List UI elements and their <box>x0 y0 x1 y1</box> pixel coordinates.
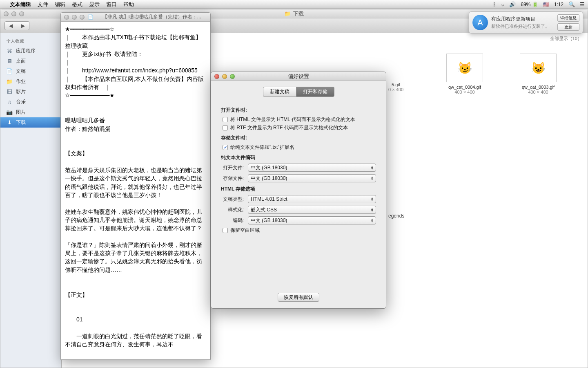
movies-icon: 🎞 <box>6 89 13 95</box>
menu-format[interactable]: 格式 <box>72 1 82 8</box>
minimize-button[interactable] <box>11 11 16 16</box>
volume-icon[interactable]: 🔊 <box>509 1 516 7</box>
zoom-button[interactable] <box>230 74 235 79</box>
label-doctype: 文稿类型: <box>221 196 244 203</box>
sidebar-item-desktop[interactable]: 🖥桌面 <box>0 56 61 66</box>
zoom-button[interactable] <box>19 11 24 16</box>
music-icon: ♫ <box>6 99 13 105</box>
appstore-icon: A <box>472 15 488 30</box>
document-icon: 📄 <box>88 14 94 20</box>
section-encoding: 纯文本文件编码 <box>221 154 376 161</box>
restore-defaults-button[interactable]: 恢复所有默认 <box>278 293 319 302</box>
menu-window[interactable]: 窗口 <box>106 1 117 8</box>
label-html-encoding: 编码: <box>221 217 244 224</box>
thumbnail-icon: 😺 <box>520 54 557 82</box>
section-html: HTML 存储选项 <box>221 186 376 193</box>
detail-button[interactable]: 详细信息 <box>557 14 579 22</box>
forward-button[interactable]: ▶ <box>17 21 29 30</box>
close-button[interactable] <box>4 11 9 16</box>
file-item[interactable]: 😼 qw_cat_0004.gif 400 × 400 <box>442 54 487 94</box>
bluetooth-icon[interactable]: ᛒ <box>493 1 496 7</box>
folder-icon: 📁 <box>6 79 13 85</box>
partial-text: egends <box>388 213 404 219</box>
sidebar-item-homework[interactable]: 📁作业 <box>0 76 61 87</box>
sidebar-item-movies[interactable]: 🎞影片 <box>0 87 61 97</box>
menubar: 文本编辑 文件 编辑 格式 显示 窗口 帮助 ᛒ ⌵ 🔊 69% 🔋 🇺🇸 1:… <box>0 0 588 9</box>
preferences-window: 偏好设置 新建文稿 打开和存储 打开文件时: 将 HTML 文件显示为 HTML… <box>211 72 386 309</box>
select-save-encoding[interactable]: 中文 (GB 18030)▴▾ <box>248 174 376 182</box>
sidebar-header: 个人收藏 <box>0 36 61 46</box>
battery-status[interactable]: 69% 🔋 <box>521 2 538 7</box>
label-save-encoding: 存储文件: <box>221 175 244 182</box>
folder-icon: 📁 <box>284 11 291 17</box>
textedit-titlebar[interactable]: 📄 【非凡·犹】哩咕哩咕几多番（完结）作者：... <box>61 13 210 22</box>
textedit-title: 【非凡·犹】哩咕哩咕几多番（完结）作者：... <box>97 13 207 20</box>
back-button[interactable]: ◀ <box>4 21 17 30</box>
label-open-encoding: 打开文件: <box>221 164 244 171</box>
file-item[interactable]: 😺 qw_cat_0003.gif 400 × 400 <box>516 54 561 94</box>
documents-icon: 📄 <box>6 68 13 75</box>
minimize-button[interactable] <box>222 74 227 79</box>
prefs-title: 偏好设置 <box>288 73 309 80</box>
show-all-link[interactable]: 全部显示（10） <box>550 36 582 42</box>
checkbox-preserve-blank[interactable] <box>223 228 228 233</box>
textedit-window: 📄 【非凡·犹】哩咕哩咕几多番（完结）作者：... ★━━━━━━━━━━━━☆… <box>60 12 211 360</box>
clock[interactable]: 1:12 <box>554 2 564 7</box>
finder-sidebar: 个人收藏 ⌘应用程序 🖥桌面 📄文稿 📁作业 🎞影片 ♫音乐 📷图片 ⬇下载 <box>0 33 62 368</box>
finder-title: 下载 <box>293 10 304 18</box>
input-flag-icon[interactable]: 🇺🇸 <box>543 2 549 7</box>
tab-open-save[interactable]: 打开和存储 <box>296 87 334 97</box>
notification-center-icon[interactable]: ☰ <box>580 1 585 7</box>
update-button[interactable]: 更新 <box>557 23 579 31</box>
downloads-icon: ⬇ <box>6 119 13 126</box>
desktop-icon: 🖥 <box>6 58 13 65</box>
zoom-button[interactable] <box>80 15 85 20</box>
section-open: 打开文件时: <box>221 107 376 114</box>
menu-edit[interactable]: 编辑 <box>55 1 65 8</box>
notif-subtitle: 新软件已准备好进行安装了。 <box>491 23 554 29</box>
wifi-icon[interactable]: ⌵ <box>501 1 504 7</box>
sidebar-item-applications[interactable]: ⌘应用程序 <box>0 46 61 56</box>
select-doctype[interactable]: HTML 4.01 Strict▴▾ <box>248 195 376 203</box>
sidebar-item-downloads[interactable]: ⬇下载 <box>0 117 61 128</box>
pictures-icon: 📷 <box>6 109 13 116</box>
tab-new-document[interactable]: 新建文稿 <box>263 87 296 97</box>
label-styling: 样式化: <box>221 206 244 213</box>
minimize-button[interactable] <box>72 15 77 20</box>
spotlight-icon[interactable]: 🔍 <box>568 1 575 7</box>
close-button[interactable] <box>214 74 219 79</box>
sidebar-item-documents[interactable]: 📄文稿 <box>0 66 61 76</box>
menu-help[interactable]: 帮助 <box>123 1 134 8</box>
prefs-titlebar[interactable]: 偏好设置 <box>211 72 386 81</box>
sidebar-item-music[interactable]: ♫音乐 <box>0 97 61 107</box>
thumbnail-icon: 😼 <box>446 54 483 82</box>
select-html-encoding[interactable]: 中文 (GB 18030)▴▾ <box>248 216 376 224</box>
checkbox-html-code[interactable] <box>223 117 228 122</box>
menu-view[interactable]: 显示 <box>89 1 100 8</box>
app-menu[interactable]: 文本编辑 <box>10 1 31 8</box>
prefs-tabs: 新建文稿 打开和存储 <box>211 87 386 97</box>
close-button[interactable] <box>64 15 69 20</box>
text-content[interactable]: ★━━━━━━━━━━━━☆ ｜ 本作品由非凡TXT电子书下载论坛【比邻有鱼】整… <box>61 22 210 359</box>
section-save: 存储文件时: <box>221 135 376 141</box>
select-styling[interactable]: 嵌入式 CSS▴▾ <box>248 206 376 214</box>
select-open-encoding[interactable]: 中文 (GB 18030)▴▾ <box>248 164 376 172</box>
file-item[interactable]: 5.gif 0 × 400 <box>388 82 403 92</box>
applications-icon: ⌘ <box>6 48 13 54</box>
menu-file[interactable]: 文件 <box>38 1 48 8</box>
notif-title: 有应用程序更新项目 <box>491 16 554 22</box>
update-notification: A 有应用程序更新项目 新软件已准备好进行安装了。 详细信息 更新 <box>469 11 583 34</box>
sidebar-item-pictures[interactable]: 📷图片 <box>0 107 61 117</box>
checkbox-txt-ext[interactable] <box>223 145 228 150</box>
checkbox-rtf-code[interactable] <box>223 125 228 130</box>
